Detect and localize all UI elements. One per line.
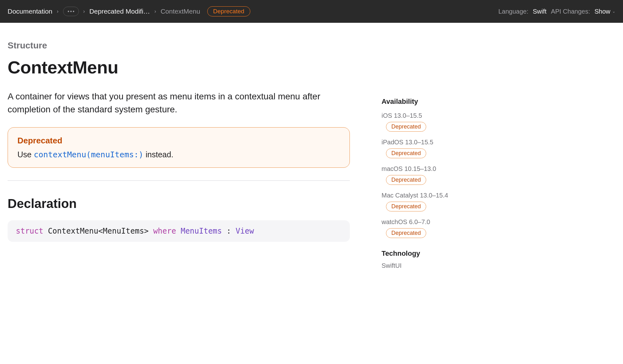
code-keyword: struct xyxy=(16,227,43,235)
api-changes-value: Show xyxy=(594,8,610,15)
code-keyword: where xyxy=(153,227,176,235)
availability-platform: Mac Catalyst 13.0–15.4 xyxy=(382,192,489,199)
deprecated-badge: Deprecated xyxy=(386,202,426,211)
svg-point-2 xyxy=(73,11,74,12)
breadcrumb-overflow-button[interactable] xyxy=(63,7,79,16)
availability-heading: Availability xyxy=(382,97,489,106)
page-title: ContextMenu xyxy=(8,57,356,78)
chevron-right-icon: › xyxy=(154,9,156,14)
availability-platform: macOS 10.15–13.0 xyxy=(382,165,489,173)
api-changes-label: API Changes: xyxy=(551,8,590,15)
breadcrumb-current: ContextMenu xyxy=(161,8,200,15)
availability-item: iPadOS 13.0–15.5 Deprecated xyxy=(382,139,489,158)
availability-platform: iOS 13.0–15.5 xyxy=(382,112,489,119)
availability-platform: iPadOS 13.0–15.5 xyxy=(382,139,489,146)
abstract: A container for views that you present a… xyxy=(8,90,344,116)
callout-suffix: instead. xyxy=(144,150,174,159)
breadcrumb-root[interactable]: Documentation xyxy=(8,8,52,15)
top-navigation-bar: Documentation › › Deprecated Modifi… › C… xyxy=(0,0,623,23)
deprecated-badge: Deprecated xyxy=(386,228,426,238)
deprecated-badge: Deprecated xyxy=(207,6,250,16)
main-content: Structure ContextMenu A container for vi… xyxy=(8,41,356,242)
callout-prefix: Use xyxy=(17,150,34,159)
deprecated-badge: Deprecated xyxy=(386,148,426,158)
language-label: Language: xyxy=(498,8,529,15)
topbar-right: Language: Swift API Changes: Show ⌄ xyxy=(498,8,615,15)
svg-point-1 xyxy=(70,11,71,12)
language-value[interactable]: Swift xyxy=(533,8,546,15)
deprecation-callout: Deprecated Use contextMenu(menuItems:) i… xyxy=(8,127,350,168)
code-protocol: View xyxy=(236,227,254,235)
declaration-code: struct ContextMenu<MenuItems> where Menu… xyxy=(8,220,350,242)
callout-title: Deprecated xyxy=(17,136,340,146)
sidebar: Availability iOS 13.0–15.5 Deprecated iP… xyxy=(382,41,489,269)
deprecated-badge: Deprecated xyxy=(386,122,426,132)
breadcrumb: Documentation › › Deprecated Modifi… › C… xyxy=(8,6,250,16)
code-colon: : xyxy=(227,227,236,235)
eyebrow-kind: Structure xyxy=(8,41,356,51)
api-changes-toggle[interactable]: Show ⌄ xyxy=(594,8,615,15)
callout-code-link[interactable]: contextMenu(menuItems:) xyxy=(34,150,143,159)
chevron-right-icon: › xyxy=(83,9,85,14)
code-name: ContextMenu<MenuItems> xyxy=(43,227,153,235)
chevron-down-icon: ⌄ xyxy=(612,9,615,14)
availability-item: iOS 13.0–15.5 Deprecated xyxy=(382,112,489,132)
availability-item: watchOS 6.0–7.0 Deprecated xyxy=(382,218,489,238)
declaration-heading: Declaration xyxy=(8,197,356,211)
availability-item: macOS 10.15–13.0 Deprecated xyxy=(382,165,489,185)
breadcrumb-parent[interactable]: Deprecated Modifi… xyxy=(89,8,150,15)
code-generic: MenuItems xyxy=(176,227,227,235)
deprecated-badge: Deprecated xyxy=(386,175,426,185)
callout-text: Use contextMenu(menuItems:) instead. xyxy=(17,150,340,159)
chevron-right-icon: › xyxy=(57,9,58,14)
technology-heading: Technology xyxy=(382,249,489,258)
svg-point-0 xyxy=(67,11,69,12)
availability-platform: watchOS 6.0–7.0 xyxy=(382,218,489,226)
section-divider xyxy=(8,180,350,181)
technology-value[interactable]: SwiftUI xyxy=(382,262,489,269)
availability-item: Mac Catalyst 13.0–15.4 Deprecated xyxy=(382,192,489,211)
